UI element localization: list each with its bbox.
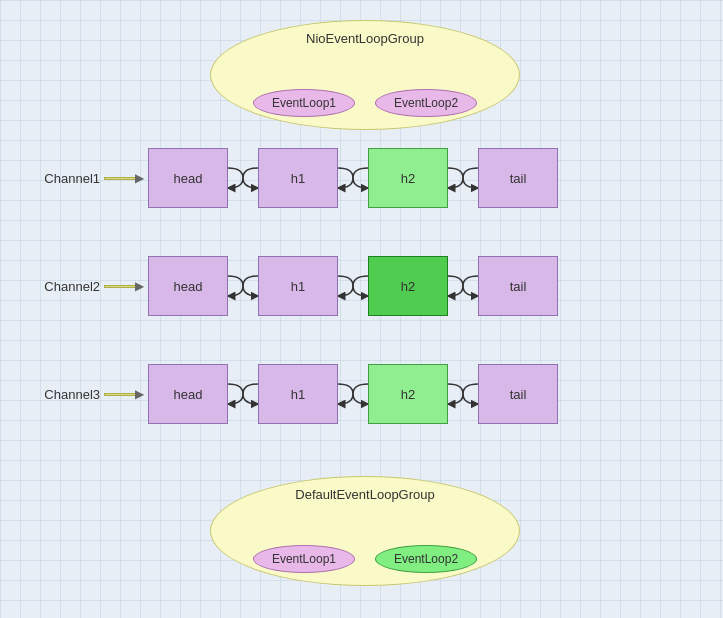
- conn1-1: [228, 148, 258, 208]
- channel1-head: head: [148, 148, 228, 208]
- channel3-h2: h2: [368, 364, 448, 424]
- channel2-h2: h2: [368, 256, 448, 316]
- channel2-label: Channel2: [30, 279, 100, 294]
- channel3-label: Channel3: [30, 387, 100, 402]
- channel2-tail: tail: [478, 256, 558, 316]
- conn2-1: [228, 256, 258, 316]
- conn2-3: [448, 256, 478, 316]
- channel3-head: head: [148, 364, 228, 424]
- channel3-pipeline: head h1 h2 tail: [148, 364, 558, 424]
- channel3-h1: h1: [258, 364, 338, 424]
- default-event-loop-group: DefaultEventLoopGroup EventLoop1 EventLo…: [210, 476, 520, 586]
- channel1-arrow: ▶: [104, 171, 148, 185]
- channel1-tail: tail: [478, 148, 558, 208]
- channel1-h2: h2: [368, 148, 448, 208]
- channel2-pipeline: head h1 h2 tail: [148, 256, 558, 316]
- channel1-row: Channel1 ▶ head h1 h2 tail: [30, 148, 558, 208]
- channel3-row: Channel3 ▶ head h1 h2 tail: [30, 364, 558, 424]
- channel1-h1: h1: [258, 148, 338, 208]
- channel3-tail: tail: [478, 364, 558, 424]
- default-eventloop1: EventLoop1: [253, 545, 355, 573]
- conn1-2: [338, 148, 368, 208]
- channel2-head: head: [148, 256, 228, 316]
- default-loops-container: EventLoop1 EventLoop2: [253, 545, 477, 573]
- nio-event-loop-group: NioEventLoopGroup EventLoop1 EventLoop2: [210, 20, 520, 130]
- default-eventloop2: EventLoop2: [375, 545, 477, 573]
- nio-group-label: NioEventLoopGroup: [306, 31, 424, 46]
- conn3-1: [228, 364, 258, 424]
- channel3-arrow: ▶: [104, 387, 148, 401]
- nio-eventloop2: EventLoop2: [375, 89, 477, 117]
- conn1-3: [448, 148, 478, 208]
- channel2-row: Channel2 ▶ head h1 h2 tail: [30, 256, 558, 316]
- nio-loops-container: EventLoop1 EventLoop2: [253, 89, 477, 117]
- default-group-label: DefaultEventLoopGroup: [295, 487, 434, 502]
- channel2-h1: h1: [258, 256, 338, 316]
- conn2-2: [338, 256, 368, 316]
- channel2-arrow: ▶: [104, 279, 148, 293]
- nio-eventloop1: EventLoop1: [253, 89, 355, 117]
- channel1-label: Channel1: [30, 171, 100, 186]
- conn3-2: [338, 364, 368, 424]
- channel1-pipeline: head h1 h2 tail: [148, 148, 558, 208]
- conn3-3: [448, 364, 478, 424]
